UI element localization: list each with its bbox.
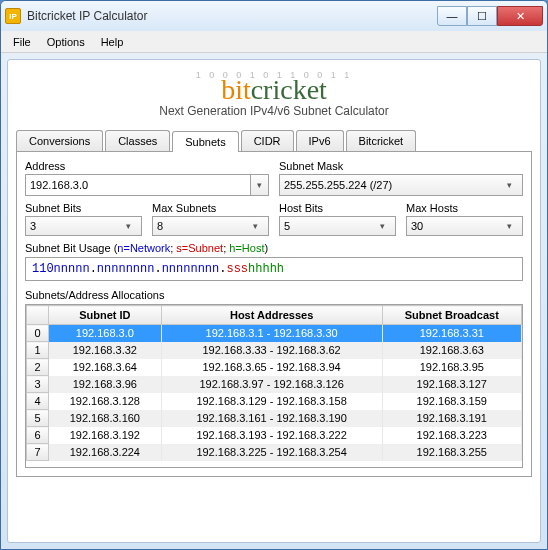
cell-host-addresses: 192.168.3.33 - 192.168.3.62: [161, 342, 382, 359]
logo-area: 1 0 0 0 1 0 1 1 0 0 1 1 bitcricket Next …: [16, 66, 532, 120]
menu-file[interactable]: File: [5, 34, 39, 50]
max-subnets-field: Max Subnets 8▾: [152, 202, 269, 236]
chevron-down-icon: ▾: [500, 180, 518, 190]
chevron-down-icon: ▾: [246, 221, 264, 231]
col-index[interactable]: [27, 306, 49, 325]
table-row[interactable]: 0192.168.3.0192.168.3.1 - 192.168.3.3019…: [27, 325, 522, 342]
tab-bitcricket[interactable]: Bitcricket: [346, 130, 417, 151]
window-buttons: — ☐ ✕: [437, 6, 543, 26]
logo-bit: bit: [221, 74, 251, 105]
cell-subnet-id: 192.168.3.160: [49, 410, 162, 427]
max-hosts-label: Max Hosts: [406, 202, 523, 214]
allocations-table-wrap[interactable]: Subnet ID Host Addresses Subnet Broadcas…: [25, 304, 523, 468]
subnet-bits-field: Subnet Bits 3▾: [25, 202, 142, 236]
table-row[interactable]: 6192.168.3.192192.168.3.193 - 192.168.3.…: [27, 427, 522, 444]
chevron-down-icon: ▾: [257, 180, 262, 190]
close-button[interactable]: ✕: [497, 6, 543, 26]
maximize-button[interactable]: ☐: [467, 6, 497, 26]
cell-subnet-broadcast: 192.168.3.223: [382, 427, 521, 444]
table-row[interactable]: 3192.168.3.96192.168.3.97 - 192.168.3.12…: [27, 376, 522, 393]
cell-host-addresses: 192.168.3.193 - 192.168.3.222: [161, 427, 382, 444]
row-index: 6: [27, 427, 49, 444]
minimize-button[interactable]: —: [437, 6, 467, 26]
address-label: Address: [25, 160, 269, 172]
cell-subnet-id: 192.168.3.64: [49, 359, 162, 376]
row-index: 2: [27, 359, 49, 376]
cell-subnet-id: 192.168.3.128: [49, 393, 162, 410]
subnet-bits-label: Subnet Bits: [25, 202, 142, 214]
cell-host-addresses: 192.168.3.1 - 192.168.3.30: [161, 325, 382, 342]
max-hosts-field: Max Hosts 30▾: [406, 202, 523, 236]
cell-subnet-id: 192.168.3.224: [49, 444, 162, 461]
subnet-mask-value: 255.255.255.224 (/27): [284, 179, 392, 191]
subnet-mask-label: Subnet Mask: [279, 160, 523, 172]
cell-subnet-broadcast: 192.168.3.255: [382, 444, 521, 461]
subnet-mask-combo[interactable]: 255.255.255.224 (/27) ▾: [279, 174, 523, 196]
tab-cidr[interactable]: CIDR: [241, 130, 294, 151]
chevron-down-icon: ▾: [373, 221, 391, 231]
chevron-down-icon: ▾: [500, 221, 518, 231]
max-subnets-label: Max Subnets: [152, 202, 269, 214]
app-window: IP Bitcricket IP Calculator — ☐ ✕ File O…: [0, 0, 548, 550]
cell-subnet-broadcast: 192.168.3.159: [382, 393, 521, 410]
subnets-panel: Address ▾ Subnet Mask 255.255.255.224 (/…: [16, 152, 532, 477]
tab-ipv6[interactable]: IPv6: [296, 130, 344, 151]
logo-text: bitcricket: [16, 74, 532, 106]
col-subnet-id[interactable]: Subnet ID: [49, 306, 162, 325]
tab-conversions[interactable]: Conversions: [16, 130, 103, 151]
tagline: Next Generation IPv4/v6 Subnet Calculato…: [16, 104, 532, 118]
host-bits-combo[interactable]: 5▾: [279, 216, 396, 236]
cell-subnet-id: 192.168.3.192: [49, 427, 162, 444]
cell-subnet-id: 192.168.3.0: [49, 325, 162, 342]
max-subnets-combo[interactable]: 8▾: [152, 216, 269, 236]
max-subnets-value: 8: [157, 220, 163, 232]
cell-subnet-broadcast: 192.168.3.31: [382, 325, 521, 342]
tab-classes[interactable]: Classes: [105, 130, 170, 151]
content-panel: 1 0 0 0 1 0 1 1 0 0 1 1 bitcricket Next …: [7, 59, 541, 543]
titlebar[interactable]: IP Bitcricket IP Calculator — ☐ ✕: [1, 1, 547, 31]
cell-subnet-broadcast: 192.168.3.63: [382, 342, 521, 359]
host-bits-value: 5: [284, 220, 290, 232]
col-host-addresses[interactable]: Host Addresses: [161, 306, 382, 325]
table-row[interactable]: 5192.168.3.160192.168.3.161 - 192.168.3.…: [27, 410, 522, 427]
menu-options[interactable]: Options: [39, 34, 93, 50]
menu-help[interactable]: Help: [93, 34, 132, 50]
row-index: 3: [27, 376, 49, 393]
logo-cricket: cricket: [251, 74, 327, 105]
table-row[interactable]: 2192.168.3.64192.168.3.65 - 192.168.3.94…: [27, 359, 522, 376]
chevron-down-icon: ▾: [119, 221, 137, 231]
cell-subnet-broadcast: 192.168.3.95: [382, 359, 521, 376]
cell-subnet-broadcast: 192.168.3.191: [382, 410, 521, 427]
cell-subnet-broadcast: 192.168.3.127: [382, 376, 521, 393]
tab-subnets[interactable]: Subnets: [172, 131, 238, 152]
allocations-table: Subnet ID Host Addresses Subnet Broadcas…: [26, 305, 522, 461]
cell-host-addresses: 192.168.3.65 - 192.168.3.94: [161, 359, 382, 376]
subnet-bits-value: 3: [30, 220, 36, 232]
cell-host-addresses: 192.168.3.129 - 192.168.3.158: [161, 393, 382, 410]
row-index: 7: [27, 444, 49, 461]
subnet-bits-combo[interactable]: 3▾: [25, 216, 142, 236]
tab-strip: Conversions Classes Subnets CIDR IPv6 Bi…: [16, 130, 532, 152]
address-dropdown-button[interactable]: ▾: [251, 174, 269, 196]
row-index: 4: [27, 393, 49, 410]
row-index: 5: [27, 410, 49, 427]
table-row[interactable]: 1192.168.3.32192.168.3.33 - 192.168.3.62…: [27, 342, 522, 359]
address-input[interactable]: [25, 174, 251, 196]
row-index: 1: [27, 342, 49, 359]
table-row[interactable]: 7192.168.3.224192.168.3.225 - 192.168.3.…: [27, 444, 522, 461]
col-subnet-broadcast[interactable]: Subnet Broadcast: [382, 306, 521, 325]
cell-subnet-id: 192.168.3.32: [49, 342, 162, 359]
host-bits-field: Host Bits 5▾: [279, 202, 396, 236]
table-row[interactable]: 4192.168.3.128192.168.3.129 - 192.168.3.…: [27, 393, 522, 410]
bit-usage-box: 110nnnnn.nnnnnnnn.nnnnnnnn.ssshhhhh: [25, 257, 523, 281]
cell-host-addresses: 192.168.3.161 - 192.168.3.190: [161, 410, 382, 427]
subnet-mask-field: Subnet Mask 255.255.255.224 (/27) ▾: [279, 160, 523, 196]
max-hosts-combo[interactable]: 30▾: [406, 216, 523, 236]
max-hosts-value: 30: [411, 220, 423, 232]
host-bits-label: Host Bits: [279, 202, 396, 214]
cell-host-addresses: 192.168.3.225 - 192.168.3.254: [161, 444, 382, 461]
allocations-label: Subnets/Address Allocations: [25, 289, 523, 301]
row-index: 0: [27, 325, 49, 342]
address-field: Address ▾: [25, 160, 269, 196]
app-icon: IP: [5, 8, 21, 24]
